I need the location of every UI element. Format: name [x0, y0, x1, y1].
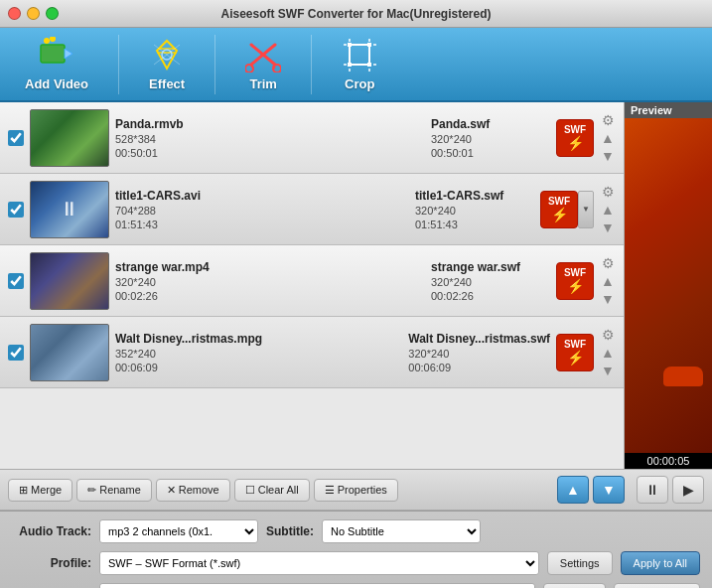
file-checkbox-2[interactable] [8, 202, 24, 218]
arrow-down-icon-1[interactable]: ▼ [600, 148, 616, 164]
toolbar-divider-1 [118, 35, 119, 94]
minimize-button[interactable] [27, 7, 40, 20]
arrow-up-icon-4[interactable]: ▲ [600, 345, 616, 361]
dropdown-arrow-2[interactable]: ▼ [578, 191, 594, 228]
toolbar-divider-2 [214, 35, 215, 94]
maximize-button[interactable] [46, 7, 59, 20]
scroll-down-button[interactable]: ▼ [593, 476, 625, 504]
file-thumbnail-2: ⏸ [30, 181, 109, 238]
file-output-3: strange war.swf 320*240 00:02:26 [431, 260, 550, 302]
file-thumbnail-4 [30, 324, 109, 381]
preview-car-shape [663, 367, 703, 386]
list-item: strange war.mp4 320*240 00:02:26 strange… [0, 245, 624, 317]
effect-icon [149, 37, 185, 73]
file-actions-3: ⚙ ▲ ▼ [600, 255, 616, 307]
arrow-up-icon-2[interactable]: ▲ [600, 202, 616, 218]
flash-icon-3: ⚡ [567, 278, 584, 294]
swf-text-3: SWF [564, 267, 586, 278]
output-size-2: 320*240 [415, 205, 534, 217]
swf-text-4: SWF [564, 339, 586, 350]
swf-text-1: SWF [564, 124, 586, 135]
arrow-down-icon-2[interactable]: ▼ [600, 220, 616, 235]
profile-row: Profile: SWF – SWF Format (*.swf) Settin… [12, 551, 700, 575]
trim-button[interactable]: Trim [230, 32, 296, 96]
flash-icon-1: ⚡ [567, 135, 584, 151]
arrow-down-icon-4[interactable]: ▼ [600, 363, 616, 378]
merge-label: Merge [31, 484, 62, 496]
toolbar: Add Video Effect Trim [0, 28, 712, 102]
properties-button[interactable]: ☰ Properties [314, 479, 398, 502]
destination-row: Destination: Browse Open Folder [12, 583, 700, 588]
open-folder-button[interactable]: Open Folder [614, 583, 700, 588]
effect-button[interactable]: Effect [134, 32, 200, 96]
trim-icon [245, 37, 281, 73]
subtitle-select[interactable]: No Subtitle [322, 519, 481, 543]
browse-button[interactable]: Browse [543, 583, 606, 588]
add-video-label: Add Video [25, 76, 88, 91]
swf-badge-1[interactable]: SWF ⚡ [556, 119, 594, 157]
preview-video-frame [625, 118, 712, 453]
file-size-4: 352*240 [115, 348, 402, 360]
file-checkbox-1[interactable] [8, 130, 24, 146]
window-controls[interactable] [8, 7, 59, 20]
file-name-3: strange war.mp4 [115, 260, 425, 274]
settings-icon-1[interactable]: ⚙ [600, 112, 616, 128]
swf-text-2: SWF [548, 196, 570, 207]
output-duration-2: 01:51:43 [415, 219, 534, 230]
file-size-3: 320*240 [115, 276, 425, 288]
effect-label: Effect [149, 76, 185, 91]
arrow-up-icon-3[interactable]: ▲ [600, 273, 616, 289]
title-bar: Aiseesoft SWF Converter for Mac(Unregist… [0, 0, 712, 28]
rename-button[interactable]: ✏ Rename [76, 479, 152, 502]
settings-icon-2[interactable]: ⚙ [600, 184, 616, 200]
list-item: Panda.rmvb 528*384 00:50:01 Panda.swf 32… [0, 102, 624, 174]
file-duration-1: 00:50:01 [115, 147, 425, 159]
settings-icon-4[interactable]: ⚙ [600, 327, 616, 343]
toolbar-divider-3 [311, 35, 312, 94]
remove-button[interactable]: ✕ Remove [156, 479, 230, 502]
pause-icon-2: ⏸ [60, 198, 79, 220]
add-video-button[interactable]: Add Video [10, 32, 103, 96]
arrow-down-icon-3[interactable]: ▼ [600, 291, 616, 307]
destination-input[interactable] [99, 583, 535, 588]
preview-video [625, 118, 712, 453]
crop-button[interactable]: Crop [327, 32, 392, 96]
scroll-up-button[interactable]: ▲ [557, 476, 589, 504]
audio-subtitle-row: Audio Track: mp3 2 channels (0x1. Subtit… [12, 519, 700, 543]
file-checkbox-3[interactable] [8, 273, 24, 289]
add-video-icon [39, 37, 74, 73]
settings-button[interactable]: Settings [547, 551, 613, 575]
file-thumbnail-3 [30, 252, 109, 310]
pause-button[interactable]: ⏸ [637, 476, 668, 504]
audio-track-select[interactable]: mp3 2 channels (0x1. [99, 519, 258, 543]
play-button[interactable]: ▶ [672, 476, 704, 504]
clear-all-button[interactable]: ☐ Clear All [234, 479, 310, 502]
file-duration-4: 00:06:09 [115, 362, 402, 373]
file-checkbox-4[interactable] [8, 345, 24, 361]
arrow-up-icon-1[interactable]: ▲ [600, 130, 616, 146]
svg-rect-11 [350, 45, 369, 65]
merge-button[interactable]: ⊞ Merge [8, 479, 72, 502]
swf-badge-3[interactable]: SWF ⚡ [556, 262, 594, 300]
profile-label: Profile: [12, 556, 91, 570]
window-title: Aiseesoft SWF Converter for Mac(Unregist… [220, 7, 491, 21]
playback-controls: ⏸ ▶ [637, 476, 704, 504]
output-name-4: Walt Disney...ristmas.swf [408, 332, 550, 346]
file-info-4: Walt Disney...ristmas.mpg 352*240 00:06:… [115, 332, 402, 373]
preview-timestamp: 00:00:05 [625, 453, 712, 469]
profile-select[interactable]: SWF – SWF Format (*.swf) [99, 551, 539, 575]
apply-to-all-button[interactable]: Apply to All [621, 551, 700, 575]
file-info-3: strange war.mp4 320*240 00:02:26 [115, 260, 425, 302]
crop-icon [342, 37, 377, 73]
output-duration-4: 00:06:09 [408, 362, 550, 373]
settings-icon-3[interactable]: ⚙ [600, 255, 616, 271]
file-output-2: title1-CARS.swf 320*240 01:51:43 [415, 189, 534, 230]
file-info-1: Panda.rmvb 528*384 00:50:01 [115, 117, 425, 159]
list-item: ⏸ title1-CARS.avi 704*288 01:51:43 title… [0, 174, 624, 245]
swf-badge-4[interactable]: SWF ⚡ [556, 334, 594, 371]
rename-icon: ✏ [87, 484, 96, 497]
main-area: Panda.rmvb 528*384 00:50:01 Panda.swf 32… [0, 102, 712, 469]
file-thumbnail-1 [30, 109, 109, 167]
close-button[interactable] [8, 7, 21, 20]
swf-badge-2[interactable]: SWF ⚡ [540, 191, 578, 228]
